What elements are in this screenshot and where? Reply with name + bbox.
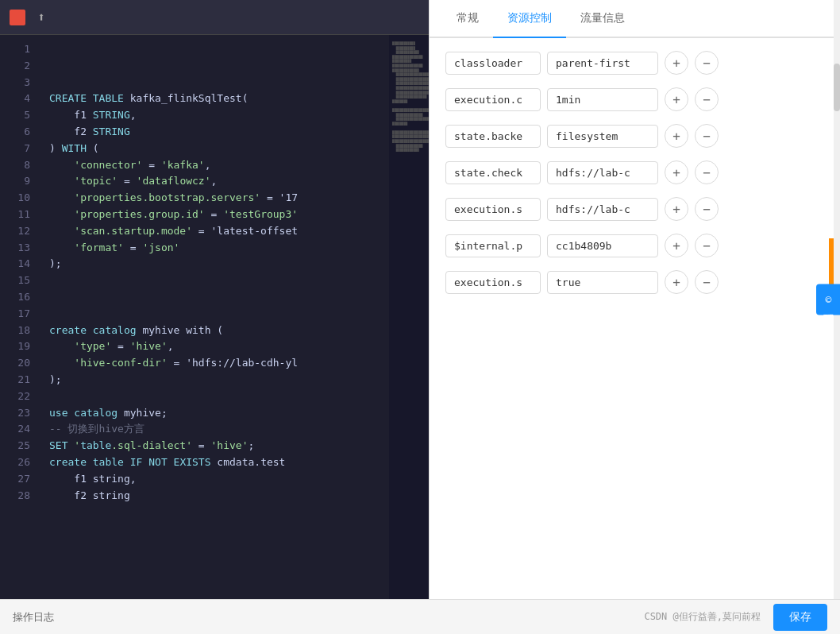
config-key-6[interactable]: execution.s: [445, 271, 541, 294]
editor-panel: ⬆ 12345678910111213141516171819202122232…: [0, 0, 429, 599]
remove-button-6[interactable]: −: [695, 270, 719, 294]
code-content[interactable]: CREATE TABLE kafka_flinkSqlTest( f1 STRI…: [40, 35, 429, 599]
config-key-3[interactable]: state.check: [445, 161, 541, 184]
save-button[interactable]: 保存: [773, 604, 827, 631]
remove-button-3[interactable]: −: [695, 160, 719, 184]
config-row-3: state.check hdfs://lab-c + −: [445, 160, 824, 184]
code-area[interactable]: 1234567891011121314151617181920212223242…: [0, 35, 429, 599]
editor-toolbar: ⬆: [0, 0, 429, 35]
config-row-4: execution.s hdfs://lab-c + −: [445, 197, 824, 221]
config-key-4[interactable]: execution.s: [445, 198, 541, 221]
add-button-1[interactable]: +: [665, 87, 688, 111]
config-row-2: state.backe filesystem + −: [445, 124, 824, 148]
log-label: 操作日志: [13, 610, 54, 624]
right-panel: 常规 资源控制 流量信息 classloader parent-first + …: [429, 0, 840, 599]
add-button-2[interactable]: +: [665, 124, 688, 148]
tab-traffic[interactable]: 流量信息: [566, 0, 639, 38]
watermark: CSDN @但行益善,莫问前程: [644, 610, 761, 624]
add-button-3[interactable]: +: [665, 160, 688, 184]
config-value-3[interactable]: hdfs://lab-c: [547, 161, 658, 184]
bottom-bar: 操作日志 CSDN @但行益善,莫问前程 保存: [0, 599, 840, 634]
config-value-4[interactable]: hdfs://lab-c: [547, 198, 658, 221]
config-value-1[interactable]: 1min: [547, 88, 658, 111]
tab-resource[interactable]: 资源控制: [493, 0, 566, 38]
config-key-5[interactable]: $internal.p: [445, 234, 541, 257]
add-button-0[interactable]: +: [665, 51, 688, 75]
scrollbar-thumb[interactable]: [834, 64, 840, 111]
add-button-4[interactable]: +: [665, 197, 688, 221]
remove-button-5[interactable]: −: [695, 234, 719, 257]
remove-button-1[interactable]: −: [695, 87, 719, 111]
add-button-5[interactable]: +: [665, 234, 688, 257]
config-value-0[interactable]: parent-first: [547, 52, 658, 75]
line-numbers: 1234567891011121314151617181920212223242…: [0, 35, 40, 599]
tab-general[interactable]: 常规: [442, 0, 493, 38]
remove-button-4[interactable]: −: [695, 197, 719, 221]
save-icon[interactable]: ⬆: [33, 10, 49, 25]
config-row-5: $internal.p cc1b4809b + −: [445, 234, 824, 257]
config-row-1: execution.c 1min + −: [445, 87, 824, 111]
config-value-2[interactable]: filesystem: [547, 125, 658, 148]
config-value-6[interactable]: true: [547, 271, 658, 294]
config-content: classloader parent-first + − execution.c…: [430, 38, 840, 599]
config-key-2[interactable]: state.backe: [445, 125, 541, 148]
minimap: ████████████ ██████████ ████████████ ███…: [389, 35, 429, 599]
stop-button[interactable]: [10, 10, 25, 25]
remove-button-2[interactable]: −: [695, 124, 719, 148]
tabs-bar: 常规 资源控制 流量信息: [430, 0, 840, 38]
config-row-6: execution.s true + −: [445, 270, 824, 294]
config-value-5[interactable]: cc1b4809b: [547, 234, 658, 257]
side-environment-tab[interactable]: ©环境配置: [816, 284, 840, 315]
config-key-0[interactable]: classloader: [445, 52, 541, 75]
add-button-6[interactable]: +: [665, 270, 688, 294]
config-row-0: classloader parent-first + −: [445, 51, 824, 75]
config-key-1[interactable]: execution.c: [445, 88, 541, 111]
remove-button-0[interactable]: −: [695, 51, 719, 75]
